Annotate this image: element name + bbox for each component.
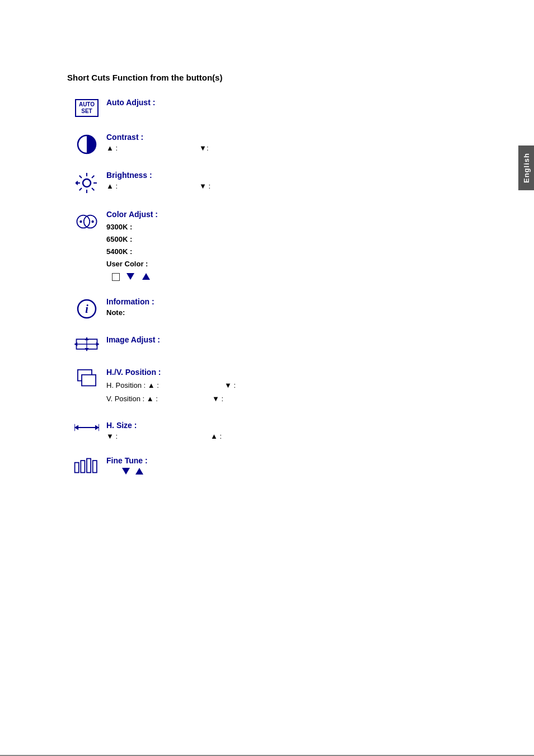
- svg-rect-31: [81, 461, 85, 472]
- auto-set-icon: AUTOSET: [75, 99, 99, 117]
- fine-tune-icon: [73, 457, 101, 474]
- contrast-content: Contrast : ▲ : ▼:: [106, 133, 459, 152]
- note-text: Note:: [106, 308, 459, 317]
- information-row: i Information : Note:: [67, 297, 459, 320]
- fine-tune-content: Fine Tune :: [106, 456, 459, 476]
- v-position-row: V. Position : ▲ : ▼ :: [106, 392, 459, 405]
- info-icon: i: [76, 298, 97, 320]
- brightness-content: Brightness : ▲ : ▼ :: [106, 171, 459, 190]
- svg-rect-33: [93, 461, 97, 472]
- svg-point-1: [83, 179, 91, 187]
- color-adjust-label: Color Adjust :: [106, 210, 459, 219]
- h-size-content: H. Size : ▼ : ▲ :: [106, 421, 459, 440]
- image-adjust-icon: [74, 336, 99, 352]
- contrast-label: Contrast :: [106, 133, 459, 142]
- hv-controls: H. Position : ▲ : ▼ : V. Position : ▲ : …: [106, 379, 459, 405]
- hv-position-icon: [77, 369, 97, 388]
- svg-rect-24: [82, 375, 96, 386]
- color-square-indicator: [112, 273, 120, 281]
- auto-adjust-icon-col: AUTOSET: [67, 99, 106, 117]
- auto-adjust-row: AUTOSET Auto Adjust :: [67, 98, 459, 117]
- contrast-icon-col: [67, 134, 106, 155]
- svg-line-9: [79, 188, 82, 190]
- fine-tune-up: [135, 467, 144, 476]
- color-adjust-row: Color Adjust : 9300K : 6500K : 5400K : U…: [67, 210, 459, 281]
- h-size-down-label: ▼ :: [106, 432, 118, 440]
- h-size-icon-col: [67, 422, 106, 433]
- svg-point-13: [91, 220, 93, 223]
- svg-rect-32: [87, 459, 91, 473]
- image-adjust-row: Image Adjust :: [67, 335, 459, 352]
- hv-position-row: H./V. Position : H. Position : ▲ : ▼ : V…: [67, 368, 459, 405]
- h-position-row: H. Position : ▲ : ▼ :: [106, 379, 459, 392]
- brightness-icon: [76, 172, 98, 194]
- svg-marker-26: [74, 425, 78, 430]
- image-adjust-content: Image Adjust :: [106, 335, 459, 346]
- brightness-controls: ▲ : ▼ :: [106, 182, 459, 190]
- svg-line-6: [79, 176, 82, 178]
- brightness-up-label: ▲ :: [106, 182, 118, 190]
- brightness-icon-col: [67, 172, 106, 194]
- contrast-icon: [76, 134, 97, 155]
- svg-point-11: [84, 215, 97, 228]
- fine-tune-row: Fine Tune :: [67, 456, 459, 476]
- fine-tune-controls: [106, 467, 459, 476]
- color-adjust-icon-col: [67, 211, 106, 232]
- color-adjust-content: Color Adjust : 9300K : 6500K : 5400K : U…: [106, 210, 459, 281]
- hv-position-content: H./V. Position : H. Position : ▲ : ▼ : V…: [106, 368, 459, 405]
- user-color-controls: [106, 273, 459, 281]
- main-content: Short Cuts Function from the button(s) A…: [67, 73, 459, 476]
- color-option-user: User Color :: [106, 258, 459, 270]
- color-options: 9300K : 6500K : 5400K : User Color :: [106, 221, 459, 270]
- contrast-down-label: ▼:: [199, 144, 208, 152]
- svg-point-10: [77, 215, 90, 228]
- h-size-label: H. Size :: [106, 421, 459, 430]
- h-size-icon: [74, 422, 99, 433]
- image-adjust-icon-col: [67, 336, 106, 352]
- fine-tune-down: [122, 467, 131, 476]
- triangle-up-color: [142, 273, 151, 281]
- information-label: Information :: [106, 297, 459, 306]
- contrast-row: Contrast : ▲ : ▼:: [67, 133, 459, 155]
- information-content: Information : Note:: [106, 297, 459, 317]
- h-size-up-label: ▲ :: [210, 432, 222, 440]
- svg-line-7: [92, 188, 94, 190]
- svg-point-12: [79, 220, 82, 223]
- sidebar-english-label: English: [518, 145, 534, 190]
- contrast-up-label: ▲ :: [106, 144, 118, 152]
- auto-adjust-content: Auto Adjust :: [106, 98, 459, 109]
- svg-marker-19: [74, 342, 77, 346]
- brightness-down-label: ▼ :: [199, 182, 210, 190]
- fine-tune-icon-col: [67, 457, 106, 474]
- brightness-label: Brightness :: [106, 171, 459, 180]
- color-option-6500: 6500K :: [106, 233, 459, 246]
- auto-adjust-label: Auto Adjust :: [106, 98, 459, 107]
- information-icon-col: i: [67, 298, 106, 320]
- color-adjust-icon: [74, 211, 99, 232]
- image-adjust-label: Image Adjust :: [106, 335, 459, 344]
- fine-tune-label: Fine Tune :: [106, 456, 459, 465]
- h-size-row: H. Size : ▼ : ▲ :: [67, 421, 459, 440]
- color-option-5400: 5400K :: [106, 246, 459, 258]
- svg-line-8: [92, 176, 94, 178]
- h-size-controls: ▼ : ▲ :: [106, 432, 459, 440]
- contrast-controls: ▲ : ▼:: [106, 144, 459, 152]
- hv-position-label: H./V. Position :: [106, 368, 459, 377]
- hv-position-icon-col: [67, 369, 106, 388]
- page-title: Short Cuts Function from the button(s): [67, 73, 459, 82]
- triangle-down-color: [127, 273, 135, 281]
- svg-marker-27: [95, 425, 99, 430]
- color-option-9300: 9300K :: [106, 221, 459, 233]
- svg-rect-30: [75, 463, 79, 473]
- svg-text:i: i: [85, 303, 88, 315]
- brightness-row: Brightness : ▲ : ▼ :: [67, 171, 459, 194]
